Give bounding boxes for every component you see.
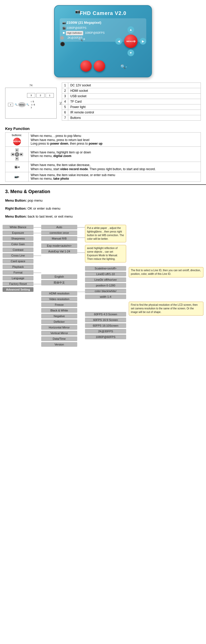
lang-chinese[interactable]: 简体中文 bbox=[41, 280, 77, 285]
dpad-mid-row: ◀ M ▶ bbox=[11, 152, 23, 157]
dpad-up: ▲ bbox=[15, 148, 19, 152]
hd-badge: High Definition bbox=[66, 31, 83, 35]
wb-tooltip: Put a white paper，adjust the lighting&le… bbox=[85, 225, 126, 242]
parts-row: 5 Power light bbox=[62, 104, 201, 110]
adv-negative[interactable]: Negative bbox=[41, 314, 77, 318]
adv-vmirror[interactable]: Vertical Mirror bbox=[41, 331, 77, 335]
menu-btn-label: Menu Button: bbox=[5, 199, 27, 202]
left-arrow-btn[interactable]: ◀ bbox=[115, 38, 122, 45]
slots-5-6-7: ○ 5 ☺ 6 7 bbox=[31, 100, 35, 109]
parts-row: 7 Buttons bbox=[62, 115, 201, 121]
crossline-detail: Scaleline<on/off> LineID off/1-10 LineDi… bbox=[85, 266, 126, 300]
adv-hdmi-res[interactable]: HDMI resolution bbox=[41, 291, 77, 296]
hdmi-60fps-1610[interactable]: 60FPS 16:10Screen bbox=[85, 323, 126, 328]
zoom-in-icon: 🔍+ bbox=[78, 37, 85, 42]
red-btn-left[interactable] bbox=[80, 60, 92, 72]
diagram-section: 74 74 3 2 1 4 🔍 MENU 🔍 bbox=[0, 80, 206, 123]
menu-sharpness[interactable]: Sharpness bbox=[3, 236, 33, 241]
mini-zoom-icon: 🔍 bbox=[15, 103, 18, 106]
adv-deflicker[interactable]: Deflicker bbox=[41, 319, 77, 324]
menu-contrast[interactable]: Contrast bbox=[3, 247, 33, 252]
part-num: 1 bbox=[62, 83, 68, 88]
keyfunc-desc-3: When have menu, the item value decrease。… bbox=[29, 162, 201, 172]
slot-6-label: ☺ 6 bbox=[31, 103, 35, 106]
buttons-label: buttons: bbox=[7, 134, 26, 137]
menu-cross-line[interactable]: Cross Line bbox=[3, 253, 33, 258]
menu-color-gain[interactable]: Color Gain bbox=[3, 242, 33, 246]
dpad-left: ◀ bbox=[11, 153, 14, 156]
right-arrow-btn[interactable]: ▶ bbox=[140, 38, 146, 45]
menu-btn-label-2: Menu Button: bbox=[5, 214, 27, 218]
slot-5-label: ○ 5 bbox=[31, 100, 35, 103]
cl-position[interactable]: position 0-1280 bbox=[85, 283, 126, 288]
exp-val[interactable]: AutoExp Val 1-24 bbox=[41, 249, 77, 254]
adv-freeze[interactable]: Freeze bbox=[41, 302, 77, 307]
parts-table: 1 DC 12V socket 2 HDMI socket 3 USB sock… bbox=[62, 82, 201, 121]
exp-mode[interactable]: Exp mode<auto/m> bbox=[41, 243, 77, 248]
part-desc: Buttons bbox=[68, 115, 201, 121]
parts-row: 1 DC 12V socket bbox=[62, 83, 201, 88]
menu-factory-reset[interactable]: Factory Reset bbox=[3, 282, 33, 286]
red-btn-right[interactable] bbox=[94, 60, 105, 72]
part-num: 3 bbox=[62, 94, 68, 99]
buttons-label-cell: buttons: MENU/⏻ bbox=[5, 133, 29, 147]
lang-english[interactable]: English bbox=[41, 274, 77, 279]
left-btn-icon: 🎬◀ bbox=[7, 166, 26, 168]
menu-desc-2: Right Button: OK or enter sub menu bbox=[0, 204, 206, 212]
adv-video-res[interactable]: Video resolution bbox=[41, 297, 77, 301]
hdmi-1080p[interactable]: 1080P@60FPS bbox=[85, 335, 126, 339]
keyfunc-row-3: 🎬◀ When have menu, the item value decrea… bbox=[5, 162, 201, 172]
adv-hmirror[interactable]: Horizontal Mirror bbox=[41, 325, 77, 330]
menu-exposure[interactable]: Exposure bbox=[3, 230, 33, 235]
adv-datetime[interactable]: Data/Time bbox=[41, 336, 77, 341]
menu-format[interactable]: Format bbox=[3, 270, 33, 275]
photo-cam-icon: 📷▶ bbox=[14, 175, 20, 178]
part-num: 2 bbox=[62, 88, 68, 94]
mini-menu-btn: MENU/⏻ bbox=[13, 138, 21, 145]
part-desc: Power light bbox=[68, 104, 201, 110]
adv-version[interactable]: Version bbox=[41, 342, 77, 347]
cl-linedir[interactable]: LineDir off/hor/ver bbox=[85, 277, 126, 282]
video-icon: 🎬 bbox=[62, 26, 67, 29]
spacer-adv bbox=[41, 288, 77, 291]
wb-correction[interactable]: correction once bbox=[41, 230, 77, 235]
megapixel-label: 2100W (21 Megapixel) bbox=[67, 21, 101, 24]
spacer-far-1 bbox=[129, 225, 203, 266]
up-arrow-btn[interactable]: ▲ bbox=[127, 26, 134, 33]
adv-bw[interactable]: Black & White bbox=[41, 308, 77, 313]
menu-desc-3: Menu Button: back to last level, or exit… bbox=[0, 212, 206, 220]
menu-language[interactable]: Language bbox=[3, 276, 33, 280]
menu-btn-desc: pop menu bbox=[27, 199, 42, 202]
menu-white-balance[interactable]: White Blance bbox=[3, 225, 33, 229]
part-num: 7 bbox=[62, 115, 68, 121]
cl-scaleline[interactable]: Scaleline<on/off> bbox=[85, 266, 126, 271]
menu-playback[interactable]: Playback bbox=[3, 265, 33, 269]
wb-auto[interactable]: Auto bbox=[41, 225, 77, 229]
menu-card-space[interactable]: Card space bbox=[3, 259, 33, 263]
spacer-far-2 bbox=[129, 280, 203, 301]
dot-gray bbox=[60, 36, 64, 40]
bottom-btns bbox=[80, 60, 105, 72]
hdmi-60fps-43[interactable]: 60FPS 4:3 Screen bbox=[85, 312, 126, 317]
wb-submenu: Auto correction once Manual R/B bbox=[41, 225, 77, 241]
wb-manual[interactable]: Manual R/B bbox=[41, 236, 77, 241]
hdmi-60fps-169[interactable]: 60FPS 16:9 Screen bbox=[85, 318, 126, 322]
cl-lineid[interactable]: LineID off/1-10 bbox=[85, 272, 126, 276]
cl-color[interactable]: color black/white/ bbox=[85, 289, 126, 293]
diagram-inner: 3 2 1 4 🔍 MENU 🔍 ○ 5 ☺ 6 bbox=[8, 93, 54, 109]
cl-width[interactable]: width 1-4 bbox=[85, 294, 126, 299]
menu-advanced-setting[interactable]: Advanced Setting bbox=[3, 287, 33, 292]
key-function-table: buttons: MENU/⏻ When no menu,，press to p… bbox=[5, 132, 201, 182]
dpad-cell: ▲ ◀ M ▶ ▼ bbox=[5, 147, 29, 162]
camera-sensors bbox=[60, 36, 65, 46]
hdmi-2k[interactable]: 2K@30FPS bbox=[85, 329, 126, 334]
down-arrow-btn[interactable]: ▼ bbox=[127, 49, 134, 56]
menu-btn-desc-2: back to last level, or exit menu bbox=[27, 214, 73, 218]
part-desc: USB socket bbox=[68, 94, 201, 99]
part-desc: DC 12V socket bbox=[68, 83, 201, 88]
spec-line2: 1080P@60FPS bbox=[85, 31, 105, 34]
camera-title: FHD Camera V2.0 bbox=[55, 6, 151, 16]
menu-power-btn[interactable]: MENU/⏻ bbox=[124, 35, 138, 48]
part-desc: IR remote control bbox=[68, 110, 201, 115]
keyfunc-desc-2: When have menu, highlight item up or dow… bbox=[29, 147, 201, 162]
